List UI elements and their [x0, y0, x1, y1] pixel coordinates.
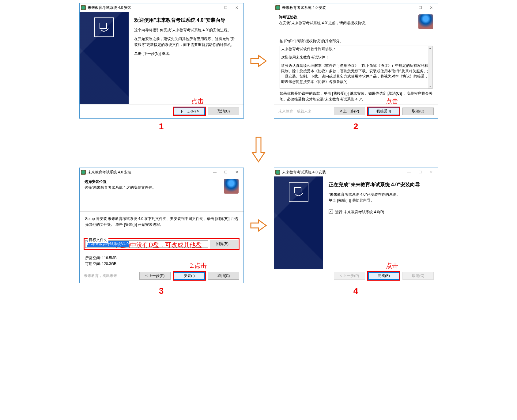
app-icon [275, 5, 280, 10]
window-title: 未来教育考试系统 4.0 安装 [88, 5, 209, 10]
browse-button[interactable]: 浏览(B)... [210, 240, 238, 248]
finish-heading: 正在完成"未来教育考试系统 4.0"安装向导 [329, 181, 432, 189]
minimize-button[interactable]: — [404, 4, 415, 11]
anno-click2: 2.点击 [190, 262, 207, 270]
step-number-3: 3 [79, 286, 243, 296]
close-button[interactable]: ✕ [231, 4, 242, 11]
slogan: 未来教育，成就未来 [278, 109, 331, 114]
close-button[interactable]: ✕ [426, 4, 437, 11]
installer-step2: 未来教育考试系统 4.0 安装 — ☐ ✕ 许可证协议 在安装"未来教育考试系统… [274, 3, 438, 119]
svg-rect-0 [100, 23, 107, 28]
cancel-button[interactable]: 取消(C) [208, 108, 239, 115]
app-icon [81, 170, 86, 175]
window-title: 未来教育考试系统 4.0 安装 [282, 5, 404, 10]
box-icon [418, 14, 433, 29]
minimize-button[interactable]: — [209, 4, 220, 11]
installer-step3: 未来教育考试系统 4.0 安装 — ☐ ✕ 选择安装位置 选择"未来教育考试系统… [79, 168, 244, 283]
license-post: 如果你接受协议中的条款，单击 [我接受(I)] 继续安装。如果你选定 [取消(C… [280, 91, 432, 102]
cancel-button[interactable]: 取消(C) [402, 108, 434, 115]
maximize-button: ☐ [415, 169, 426, 176]
dest-folder-group: 目标文件夹 D:\未来教育考试系统V4.0 浏览(B)... [85, 240, 238, 248]
location-instr: Setup 将安装 未来教育考试系统 4.0 在下列文件夹。要安装到不同文件夹，… [85, 216, 238, 228]
welcome-p1: 这个向导将指引你完成"未来教育考试系统 4.0"的安装进程。 [134, 27, 238, 33]
accept-button[interactable]: 我接受(I) [368, 108, 399, 115]
titlebar: 未来教育考试系统 4.0 安装 — ☐ ✕ [80, 168, 243, 176]
run-checkbox-row[interactable]: 运行 未来教育考试系统 4.0(R) [329, 209, 432, 215]
svg-rect-1 [294, 187, 301, 193]
dest-folder-label: 目标文件夹 [88, 237, 108, 243]
step-number-1: 1 [79, 122, 243, 131]
anno-click: 点击 [386, 97, 398, 105]
installer-step4: 未来教育考试系统 4.0 安装 — ☐ ✕ 正在完成"未来教育考试系统 4.0"… [274, 168, 438, 283]
location-body: Setup 将安装 未来教育考试系统 4.0 在下列文件夹。要安装到不同文件夹，… [80, 212, 243, 269]
installer-logo [94, 17, 114, 37]
minimize-button: — [404, 169, 415, 176]
header-pane: 选择安装位置 选择"未来教育考试系统 4.0"的安装文件夹。 [80, 176, 243, 212]
back-button: < 上一步(P) [334, 272, 365, 280]
location-subtitle: 选择"未来教育考试系统 4.0"的安装文件夹。 [85, 185, 221, 191]
footer: 未来教育，成就未来 < 上一步(P) 安装(I) 取消(C) [80, 269, 243, 283]
header-pane: 许可证协议 在安装"未来教育考试系统 4.0"之前，请阅读授权协议。 [274, 12, 438, 34]
slogan: 未来教育，成就未来 [84, 273, 136, 278]
side-panel [80, 12, 129, 104]
arrow-right-1 [246, 52, 271, 70]
cancel-button: 取消(C) [402, 272, 434, 280]
space-available-value: 120.3GB [102, 262, 116, 266]
finish-content: 正在完成"未来教育考试系统 4.0"安装向导 "未来教育考试系统 4.0"已安装… [323, 176, 438, 269]
welcome-p2: 在开始安装之前，建议先关闭其他所有应用程序。这将允许"安装程序"更新指定的系统文… [134, 36, 238, 48]
arrow-right-2 [246, 216, 271, 235]
window-title: 未来教育考试系统 4.0 安装 [88, 170, 209, 175]
next-button[interactable]: 下一步(N) > [174, 108, 205, 115]
space-required-value: 116.5MB [102, 256, 117, 260]
footer: 未来教育，成就未来 < 上一步(P) 我接受(I) 取消(C) [274, 104, 438, 118]
maximize-button[interactable]: ☐ [220, 4, 231, 11]
run-checkbox-label: 运行 未来教育考试系统 4.0(R) [335, 210, 384, 214]
license-body: 按 [PgDn] 阅读"授权协议"的其余部分。 未来教育考试软件软件许可协议： … [274, 34, 438, 104]
space-available-label: 可用空间: [85, 262, 101, 266]
cancel-button[interactable]: 取消(C) [208, 272, 239, 280]
anno-click: 点击 [191, 97, 204, 105]
welcome-p3: 单击 [下一步(N)] 继续。 [134, 51, 238, 57]
license-hint: 按 [PgDn] 阅读"授权协议"的其余部分。 [280, 38, 432, 44]
maximize-button[interactable]: ☐ [415, 4, 426, 11]
app-icon [81, 5, 86, 10]
footer: < 上一步(P) 完成(F) 取消(C) [274, 269, 438, 283]
license-textbox[interactable]: 未来教育考试软件软件许可协议： 欢迎使用未来教育考试软件！ 请务必认真阅读和理解… [280, 46, 432, 89]
scrollbar[interactable] [428, 46, 432, 89]
minimize-button[interactable]: — [209, 169, 220, 176]
install-button[interactable]: 安装(I) [174, 272, 205, 280]
location-title: 选择安装位置 [85, 179, 221, 185]
app-icon [275, 170, 280, 175]
box-icon [224, 179, 239, 194]
welcome-content: 欢迎使用"未来教育考试系统 4.0"安装向导 这个向导将指引你完成"未来教育考试… [129, 12, 243, 104]
back-button[interactable]: < 上一步(P) [139, 272, 171, 280]
titlebar: 未来教育考试系统 4.0 安装 — ☐ ✕ [274, 3, 438, 12]
license-title: 许可证协议 [279, 14, 416, 20]
titlebar: 未来教育考试系统 4.0 安装 — ☐ ✕ [80, 3, 243, 12]
welcome-heading: 欢迎使用"未来教育考试系统 4.0"安装向导 [134, 16, 238, 24]
window-title: 未来教育考试系统 4.0 安装 [282, 170, 404, 175]
installer-step1: 未来教育考试系统 4.0 安装 — ☐ ✕ 欢迎使用"未来教育考试系统 4.0"… [79, 3, 244, 119]
maximize-button[interactable]: ☐ [220, 169, 231, 176]
finish-button[interactable]: 完成(F) [368, 272, 399, 280]
step-number-2: 2 [274, 122, 438, 131]
titlebar: 未来教育考试系统 4.0 安装 — ☐ ✕ [274, 168, 438, 176]
footer: 下一步(N) > 取消(C) [80, 104, 243, 118]
space-required-label: 所需空间: [85, 256, 101, 260]
step-number-4: 4 [274, 286, 438, 296]
installer-logo [289, 182, 308, 202]
anno-click: 点击 [386, 262, 398, 270]
close-button[interactable]: ✕ [231, 169, 242, 176]
side-panel [274, 176, 323, 269]
close-button: ✕ [426, 169, 437, 176]
back-button[interactable]: < 上一步(P) [334, 108, 365, 115]
finish-p1: "未来教育考试系统 4.0"已安装在你的系统。 单击 [完成(F)] 关闭此向导… [329, 192, 432, 203]
license-subtitle: 在安装"未来教育考试系统 4.0"之前，请阅读授权协议。 [279, 20, 416, 26]
checkbox-icon[interactable] [329, 210, 333, 214]
arrow-down [79, 134, 438, 165]
